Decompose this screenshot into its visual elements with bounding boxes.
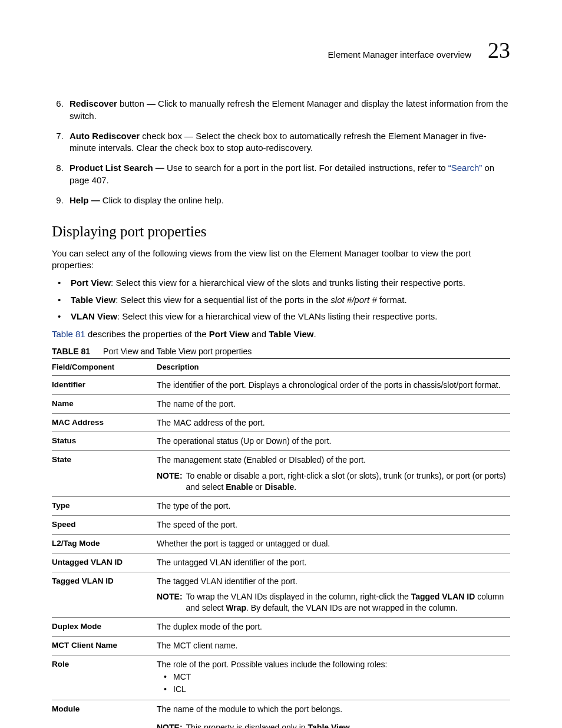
item-text: Use to search for a port in the port lis… xyxy=(167,163,448,173)
table-row: NOTE: This property is displayed only in… xyxy=(52,716,510,728)
cell-desc: The MAC address of the port. xyxy=(157,413,510,432)
cell-field: Type xyxy=(52,496,157,515)
table-row: Untagged VLAN ID The untagged VLAN ident… xyxy=(52,553,510,572)
table-row: Type The type of the port. xyxy=(52,496,510,515)
table-row: MCT Client Name The MCT client name. xyxy=(52,637,510,655)
table-row: L2/Tag Mode Whether the port is tagged o… xyxy=(52,534,510,553)
table-row: State The management state (Enabled or D… xyxy=(52,451,510,467)
table-header-row: Field/Component Description xyxy=(52,359,510,376)
item-text: format. xyxy=(377,295,407,305)
cell-desc: The operational status (Up or Down) of t… xyxy=(157,432,510,451)
cell-desc: The management state (Enabled or DIsable… xyxy=(157,451,510,467)
list-item: Product List Search — Use to search for … xyxy=(66,162,510,186)
italic-text: slot #/port # xyxy=(330,295,376,305)
page: Element Manager interface overview 23 Re… xyxy=(0,0,562,728)
cell-desc: The speed of the port. xyxy=(157,515,510,534)
cell-field: Duplex Mode xyxy=(52,618,157,637)
cell-desc: The untagged VLAN identifier of the port… xyxy=(157,553,510,572)
cell-desc: The MCT client name. xyxy=(157,637,510,655)
table-row: Identifier The identifier of the port. D… xyxy=(52,375,510,394)
item-text: : Select this view for a sequential list… xyxy=(115,295,330,305)
chapter-number: 23 xyxy=(488,35,510,65)
numbered-list: Rediscover button — Click to manually re… xyxy=(52,98,510,206)
list-item: Auto Rediscover check box — Select the c… xyxy=(66,130,510,154)
cell-field: Status xyxy=(52,432,157,451)
table-row: Status The operational status (Up or Dow… xyxy=(52,432,510,451)
item-bold: Auto Rediscover xyxy=(70,131,140,141)
list-item: Rediscover button — Click to manually re… xyxy=(66,98,510,122)
item-text: Click to display the online help. xyxy=(103,195,224,205)
th-field: Field/Component xyxy=(52,359,157,376)
sub-item: ICL xyxy=(167,684,507,695)
cell-note: NOTE: This property is displayed only in… xyxy=(157,716,510,728)
table-row: MAC Address The MAC address of the port. xyxy=(52,413,510,432)
list-item: Help — Click to display the online help. xyxy=(66,195,510,206)
item-text: : Select this view for a hierarchical vi… xyxy=(111,278,465,288)
cell-field: Name xyxy=(52,394,157,413)
item-text: button — Click to manually refresh the E… xyxy=(70,98,508,120)
th-desc: Description xyxy=(157,359,510,376)
item-bold: Help — xyxy=(70,195,103,205)
list-item: VLAN View: Select this view for a hierar… xyxy=(65,311,510,322)
table-row: Speed The speed of the port. xyxy=(52,515,510,534)
item-bold: VLAN View xyxy=(71,311,117,321)
list-item: Port View: Select this view for a hierar… xyxy=(65,277,510,289)
table-ref-link[interactable]: Table 81 xyxy=(52,329,85,339)
table-row: NOTE: To wrap the VLAN IDs displayed in … xyxy=(52,588,510,617)
table-row: Name The name of the port. xyxy=(52,394,510,413)
table-title: Port View and Table View port properties xyxy=(103,346,252,357)
crossref-link[interactable]: “Search” xyxy=(448,163,482,173)
item-bold: Product List Search — xyxy=(70,163,167,173)
section-heading: Displaying port properties xyxy=(52,222,510,242)
cell-field: Speed xyxy=(52,515,157,534)
list-item: Table View: Select this view for a seque… xyxy=(65,294,510,306)
table-row: Duplex Mode The duplex mode of the port. xyxy=(52,618,510,637)
note-label: NOTE: xyxy=(157,591,183,614)
note-label: NOTE: xyxy=(157,722,183,728)
table-row: Role The role of the port. Possible valu… xyxy=(52,655,510,700)
cell-desc: The role of the port. Possible values in… xyxy=(157,655,510,700)
cell-desc: The name of the port. xyxy=(157,394,510,413)
item-text: : Select this view for a hierarchical vi… xyxy=(117,311,438,321)
header-title: Element Manager interface overview xyxy=(328,49,471,61)
cell-desc: The duplex mode of the port. xyxy=(157,618,510,637)
table-row: NOTE: To enable or disable a port, right… xyxy=(52,467,510,496)
table-label: TABLE 81 xyxy=(52,346,90,357)
table-caption: TABLE 81 Port View and Table View port p… xyxy=(52,346,510,357)
cell-field: Tagged VLAN ID xyxy=(52,572,157,588)
cell-field: MAC Address xyxy=(52,413,157,432)
table-row: Module The name of the module to which t… xyxy=(52,700,510,716)
item-bold: Rediscover xyxy=(70,98,117,108)
cell-field: Untagged VLAN ID xyxy=(52,553,157,572)
running-header: Element Manager interface overview 23 xyxy=(52,35,510,65)
section-intro: You can select any of the following view… xyxy=(52,248,510,272)
cell-desc: Whether the port is tagged or untagged o… xyxy=(157,534,510,553)
sub-item: MCT xyxy=(167,671,507,683)
item-bold: Table View xyxy=(71,295,115,305)
cell-field: Role xyxy=(52,655,157,700)
cell-field: Module xyxy=(52,700,157,716)
item-bold: Port View xyxy=(71,278,111,288)
cell-desc: The tagged VLAN identifier of the port. xyxy=(157,572,510,588)
note-label: NOTE: xyxy=(157,470,183,493)
sub-bullets: MCT ICL xyxy=(157,671,507,695)
table-lead: Table 81 describes the properties of the… xyxy=(52,328,510,340)
table-row: Tagged VLAN ID The tagged VLAN identifie… xyxy=(52,572,510,588)
cell-field: MCT Client Name xyxy=(52,637,157,655)
cell-field: Identifier xyxy=(52,375,157,394)
cell-desc: The type of the port. xyxy=(157,496,510,515)
cell-desc: The identifier of the port. Displays a c… xyxy=(157,375,510,394)
cell-note: NOTE: To enable or disable a port, right… xyxy=(157,467,510,496)
properties-table: Field/Component Description Identifier T… xyxy=(52,358,510,728)
cell-desc: The name of the module to which the port… xyxy=(157,700,510,716)
cell-note: NOTE: To wrap the VLAN IDs displayed in … xyxy=(157,588,510,617)
cell-field: L2/Tag Mode xyxy=(52,534,157,553)
bullet-list: Port View: Select this view for a hierar… xyxy=(52,277,510,322)
cell-field: State xyxy=(52,451,157,467)
